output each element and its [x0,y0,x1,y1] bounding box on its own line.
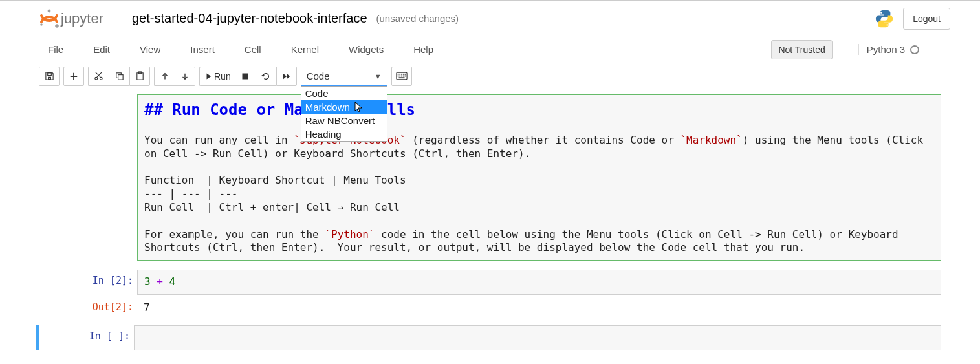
run-label: Run [214,71,231,81]
celltype-option-heading[interactable]: Heading [301,127,387,141]
run-stop-restart-group: Run [199,67,297,86]
code-cell-1[interactable]: In [2]: 3 + 4 [39,270,941,295]
in-prompt-1: In [2]: [39,270,137,286]
svg-rect-16 [402,74,404,75]
md-body-1b: (regardless of whether it contains Code … [406,134,681,146]
code-cell-1-output: 7 [137,296,941,319]
out-prompt-1: Out[2]: [39,296,137,313]
copy-button[interactable] [109,67,129,86]
arrow-down-icon [180,72,190,81]
jupyter-logo-icon: jupyter [39,8,123,30]
svg-rect-19 [399,76,400,77]
move-down-button[interactable] [175,67,195,86]
md-code-1x: `Markdown` [680,134,742,146]
md-table-1: Function | Keyboard Shortcut | Menu Tool… [144,174,406,186]
restart-run-all-button[interactable] [276,67,297,86]
kernel-indicator[interactable]: Python 3 [858,44,919,55]
logout-button[interactable]: Logout [903,8,950,30]
jupyter-logo-text: jupyter [60,10,103,27]
save-icon [45,71,54,81]
svg-point-2 [40,23,43,26]
cut-copy-paste-group [88,67,150,86]
svg-rect-21 [402,76,404,77]
cut-button[interactable] [88,67,109,86]
code-num-2: 4 [169,275,176,288]
svg-point-0 [48,9,51,12]
restart-button[interactable] [256,67,276,86]
move-cell-group [154,67,195,86]
celltype-option-raw[interactable]: Raw NBConvert [301,114,387,127]
interrupt-button[interactable] [235,67,256,86]
md-table-2: --- | --- | --- [144,187,238,200]
code-cell-2-editor[interactable] [134,325,941,350]
command-palette-button[interactable] [391,67,412,86]
run-button[interactable]: Run [199,67,235,86]
menu-widgets[interactable]: Widgets [340,37,393,61]
in-prompt-2: In [ ]: [39,325,134,342]
svg-rect-17 [404,74,406,75]
svg-point-6 [100,77,102,80]
caret-down-icon: ▼ [375,72,382,80]
plus-icon [69,72,78,81]
copy-icon [114,71,124,81]
celltype-option-markdown[interactable]: Markdown [301,100,387,114]
svg-rect-15 [401,74,402,75]
svg-point-4 [887,24,888,25]
stop-icon [241,72,249,80]
paste-icon [135,71,145,81]
insert-cell-button[interactable] [63,67,84,86]
menu-insert[interactable]: Insert [181,37,224,61]
menu-help[interactable]: Help [404,37,442,61]
svg-rect-23 [398,77,404,78]
keyboard-icon [396,72,408,80]
svg-rect-9 [136,73,142,80]
svg-rect-8 [118,75,124,80]
jupyter-logo[interactable]: jupyter [39,8,123,30]
celltype-selected-value: Code [307,70,330,81]
celltype-select-wrap: Code ▼ Code Markdown Raw NBConvert Headi… [301,67,387,86]
code-num-1: 3 [144,275,151,288]
run-icon [204,72,212,80]
toolbar: Run Code ▼ Code Markdown Raw NBConvert H… [0,63,980,89]
md-code-2: `Python` [325,228,375,241]
fast-forward-icon [282,72,291,81]
md-body-1a: You can run any cell in [144,134,294,146]
celltype-select[interactable]: Code ▼ [301,67,387,86]
restart-icon [261,72,270,81]
save-status: (unsaved changes) [376,13,459,24]
trust-indicator[interactable]: Not Trusted [771,40,832,59]
kernel-status-icon [910,45,919,54]
svg-rect-11 [243,73,248,79]
kernel-name: Python 3 [867,44,905,55]
code-cell-1-output-row: Out[2]: 7 [39,296,941,319]
svg-point-3 [880,12,882,13]
markdown-cell[interactable]: ## Run Code or Markdown Cells You can ru… [39,94,941,261]
svg-rect-14 [399,74,400,75]
menu-view[interactable]: View [131,37,169,61]
menu-cell[interactable]: Cell [235,37,270,61]
svg-rect-22 [404,76,406,77]
celltype-dropdown: Code Markdown Raw NBConvert Heading [301,86,387,142]
menu-bar: File Edit View Insert Cell Kernel Widget… [0,36,980,63]
menu-edit[interactable]: Edit [84,37,119,61]
cursor-icon [354,102,364,113]
code-cell-1-editor[interactable]: 3 + 4 [137,270,941,295]
save-button[interactable] [39,67,60,86]
celltype-option-code[interactable]: Code [301,87,387,100]
paste-button[interactable] [129,67,150,86]
md-table-3: Run Cell | Ctrl + enter| Cell → Run Cell [144,201,400,213]
cut-icon [94,71,103,81]
celltype-option-markdown-label: Markdown [305,102,350,112]
notebook-container: ## Run Code or Markdown Cells You can ru… [0,89,980,364]
svg-point-1 [55,24,59,28]
arrow-up-icon [160,72,169,81]
code-op: + [151,275,169,288]
markdown-cell-prompt [39,94,137,100]
notebook-title[interactable]: get-started-04-jupyter-notebook-interfac… [132,11,367,26]
move-up-button[interactable] [154,67,175,86]
menu-file[interactable]: File [39,37,72,61]
markdown-cell-editor[interactable]: ## Run Code or Markdown Cells You can ru… [137,94,941,261]
menu-kernel[interactable]: Kernel [282,37,328,61]
code-cell-2[interactable]: In [ ]: [36,325,941,350]
svg-rect-20 [401,76,402,77]
